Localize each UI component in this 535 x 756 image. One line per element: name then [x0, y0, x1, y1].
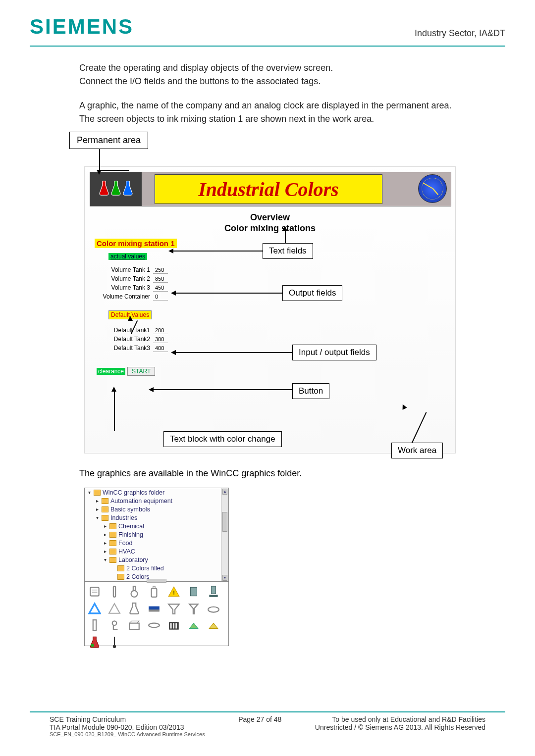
- flask-round-icon[interactable]: [127, 585, 141, 599]
- svg-rect-3: [113, 586, 115, 597]
- tree-item[interactable]: 2 Colors filled: [85, 564, 228, 572]
- callout-text-fields: Text fields: [263, 243, 313, 259]
- scroll-down-icon[interactable]: ▾: [222, 575, 227, 581]
- tree-item-label: HVAC: [118, 548, 135, 555]
- tree-caret-icon[interactable]: ▾: [103, 557, 107, 562]
- tree-item[interactable]: ▸HVAC: [85, 547, 228, 555]
- page-footer: SCE Training Curriculum TIA Portal Modul…: [50, 715, 485, 737]
- overview-figure: Permanent area Industrial Colors Overvie…: [64, 137, 471, 458]
- bottle-icon[interactable]: [147, 585, 161, 599]
- overview-title: Overview Color mixing stations: [85, 212, 455, 234]
- default-tank3-value[interactable]: 400: [153, 344, 168, 352]
- funnel-down-icon[interactable]: [167, 602, 181, 615]
- splitter-handle[interactable]: [147, 579, 166, 583]
- tray-blue-icon[interactable]: [147, 602, 161, 615]
- dish-icon[interactable]: [207, 602, 220, 615]
- tree-item[interactable]: ▸Basic symbols: [85, 505, 228, 513]
- folder-icon: [109, 557, 116, 563]
- actual-values-label: actual values: [108, 253, 147, 260]
- warning-icon[interactable]: !: [167, 585, 181, 599]
- triangle-gray-icon[interactable]: [107, 602, 121, 615]
- tree-item[interactable]: ▸Automation equipment: [85, 497, 228, 505]
- beaker-icon[interactable]: [88, 585, 102, 599]
- tree-caret-icon[interactable]: ▸: [103, 540, 107, 546]
- box-icon[interactable]: [127, 618, 141, 632]
- svg-rect-9: [191, 587, 197, 596]
- analog-clock: [418, 174, 447, 203]
- svg-rect-20: [170, 623, 171, 629]
- svg-rect-17: [129, 623, 139, 630]
- tree-caret-icon[interactable]: ▾: [87, 490, 92, 495]
- tree-item[interactable]: ▾Industries: [85, 513, 228, 522]
- tree-item[interactable]: ▸Chemical: [85, 522, 228, 530]
- svg-point-14: [208, 607, 219, 612]
- tree-scrollbar[interactable]: ▴ ▾: [221, 488, 228, 581]
- container-value: 0: [153, 293, 168, 301]
- footer-left-2: TIA Portal Module 090-020, Edition 03/20…: [50, 723, 205, 731]
- graphics-tree[interactable]: ▾WinCC graphics folder▸Automation equipm…: [84, 488, 229, 582]
- tree-item-label: Industries: [110, 514, 137, 521]
- hmi-panel: Industrial Colors Overview Color mixing …: [84, 166, 456, 454]
- tree-item[interactable]: ▾WinCC graphics folder: [85, 488, 228, 497]
- tree-item-label: Basic symbols: [110, 506, 150, 513]
- cap-green-icon[interactable]: [187, 618, 201, 632]
- petri-icon[interactable]: [147, 618, 161, 632]
- folder-icon: [102, 506, 108, 512]
- svg-point-18: [149, 623, 160, 628]
- testtube-icon[interactable]: [107, 585, 121, 599]
- flask-narrow-icon[interactable]: [127, 602, 141, 615]
- callout-io-fields: Input / output fields: [292, 345, 376, 360]
- funnel-small-icon[interactable]: [187, 602, 201, 615]
- default-tank2-value[interactable]: 300: [153, 335, 168, 343]
- scroll-up-icon[interactable]: ▴: [222, 489, 227, 495]
- callout-text-color: Text block with color change: [163, 431, 282, 447]
- cylinder-icon[interactable]: [88, 618, 102, 632]
- triangle-blue-icon[interactable]: [88, 602, 102, 615]
- tree-caret-icon[interactable]: ▸: [103, 532, 107, 537]
- graphics-gallery[interactable]: !: [84, 582, 229, 646]
- permanent-area-strip: Industrial Colors: [90, 172, 451, 206]
- folder-icon: [102, 498, 108, 504]
- rack-icon[interactable]: [167, 618, 181, 632]
- svg-point-23: [91, 644, 94, 647]
- tree-item[interactable]: ▸Finishing: [85, 530, 228, 539]
- folder-icon: [109, 540, 116, 546]
- svg-text:!: !: [173, 589, 175, 597]
- footer-left-1: SCE Training Curriculum: [50, 715, 205, 723]
- flask-color-icon[interactable]: [88, 635, 102, 649]
- folder-icon: [102, 515, 108, 521]
- tree-item[interactable]: ▸Food: [85, 539, 228, 547]
- company-banner: Industrial Colors: [155, 174, 382, 204]
- svg-rect-10: [212, 586, 216, 594]
- tree-caret-icon[interactable]: ▸: [103, 523, 107, 529]
- heater-icon[interactable]: [187, 585, 201, 599]
- tree-item-label: 2 Colors filled: [126, 565, 164, 572]
- cap-yellow-icon[interactable]: [207, 618, 220, 632]
- microscope-icon[interactable]: [107, 618, 121, 632]
- tree-caret-icon[interactable]: ▸: [95, 506, 100, 512]
- callout-permanent-area: Permanent area: [69, 132, 148, 149]
- clearance-indicator: clearance: [97, 368, 125, 375]
- svg-rect-22: [175, 623, 177, 629]
- folder-icon: [109, 523, 116, 529]
- flasks-graphic: [90, 172, 142, 206]
- default-tank1-value[interactable]: 200: [153, 326, 168, 334]
- tree-caret-icon[interactable]: ▸: [103, 549, 107, 554]
- thermometer-icon[interactable]: [107, 635, 121, 649]
- graphics-folder-panel: ▾WinCC graphics folder▸Automation equipm…: [84, 488, 229, 646]
- scroll-thumb[interactable]: [222, 512, 227, 532]
- svg-rect-13: [149, 609, 160, 611]
- para2-line1: A graphic, the name of the company and a…: [79, 101, 451, 110]
- svg-point-16: [112, 621, 117, 625]
- footer-left-3: SCE_EN_090-020_R1209_ WinCC Advanced Run…: [50, 731, 205, 737]
- footer-right-1: To be used only at Educational and R&D F…: [315, 715, 485, 723]
- tree-item-label: Laboratory: [118, 556, 148, 563]
- callout-work-area: Work area: [391, 443, 443, 458]
- tree-caret-icon[interactable]: ▾: [95, 515, 100, 520]
- tree-item-label: Chemical: [118, 523, 144, 530]
- tree-item[interactable]: ▾Laboratory: [85, 555, 228, 564]
- start-button[interactable]: START: [127, 367, 155, 376]
- folder-icon: [117, 565, 124, 571]
- tree-caret-icon[interactable]: ▸: [95, 498, 100, 504]
- stand-icon[interactable]: [207, 585, 220, 599]
